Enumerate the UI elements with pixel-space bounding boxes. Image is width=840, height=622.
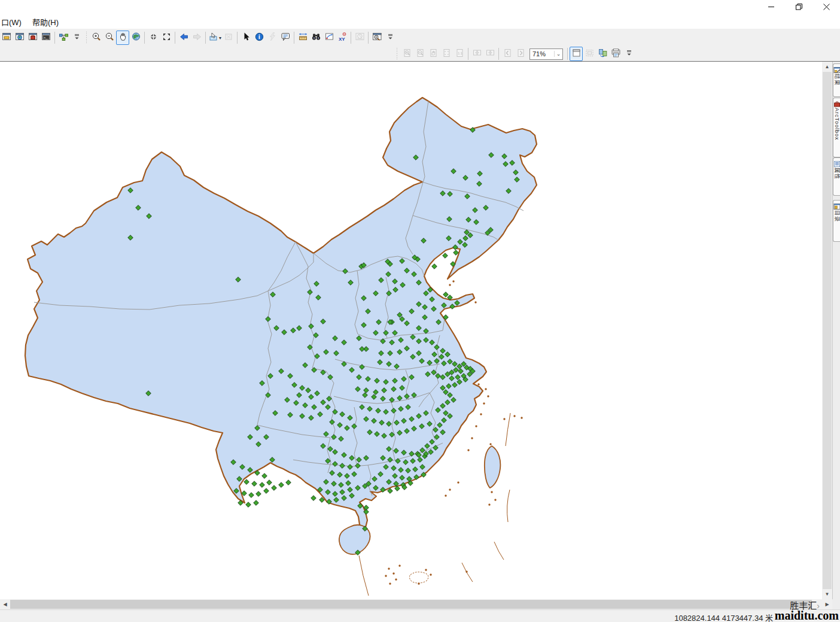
modelbuilder-button[interactable] [57,31,70,45]
find-button[interactable] [309,31,322,45]
city-point[interactable] [279,483,284,488]
dock-tab-attributes[interactable]: 属性 [833,157,840,196]
layout-zoom-pages-in-button[interactable] [470,47,483,61]
pan-button[interactable] [116,31,129,45]
menu-item-help-menu[interactable]: 帮助(H) [27,14,64,29]
island-speck [494,499,496,500]
city-point[interactable] [264,489,269,494]
arctoolbox-window-icon [28,32,38,44]
island-speck [385,575,386,577]
city-point[interactable] [252,481,257,487]
restore-button[interactable] [785,0,812,14]
fixed-zoom-in-icon [148,32,159,44]
city-point[interactable] [432,264,437,269]
catalog-window-button[interactable] [13,31,26,45]
minimize-button[interactable] [757,0,785,14]
clear-selection-icon [224,32,234,44]
city-point[interactable] [262,474,267,479]
scroll-left-arrow[interactable]: ◀ [0,599,10,609]
layout-zoom-pages-in-icon [472,48,482,60]
go-to-xy-button[interactable]: XY [336,31,349,45]
city-point[interactable] [254,500,259,506]
time-slider-button[interactable] [353,31,366,45]
layout-zoom-out-button[interactable] [413,47,427,61]
table-window-button[interactable] [0,31,13,45]
tools-overflow-icon [385,32,395,44]
standard-overflow-button[interactable] [70,31,83,45]
city-point[interactable] [454,250,459,256]
close-button[interactable] [812,0,840,14]
fixed-zoom-out-button[interactable] [160,31,173,45]
city-point[interactable] [256,491,261,497]
toolbar-grip[interactable] [85,32,89,44]
city-point[interactable] [443,292,449,298]
layout-zoom-100-button[interactable]: 1:1 [453,47,466,61]
chevron-down-icon[interactable]: ▾ [219,35,221,41]
scroll-up-arrow[interactable]: ▲ [822,62,832,72]
layout-next-extent-button[interactable] [514,47,527,61]
city-point[interactable] [260,483,265,488]
measure-button[interactable] [296,31,309,45]
city-point[interactable] [311,496,316,501]
zoom-out-button[interactable] [103,31,116,45]
fixed-zoom-in-button[interactable] [147,31,160,45]
hyperlink-button[interactable] [266,31,279,45]
layout-zoom-whole-page-button[interactable] [440,47,453,61]
full-extent-button[interactable] [129,31,142,45]
forward-extent-button[interactable] [190,31,203,45]
data-driven-pages-button[interactable] [596,47,609,61]
layout-pan-button[interactable] [427,47,440,61]
change-layout-icon [611,48,621,60]
city-point[interactable] [267,480,272,486]
python-window-button[interactable]: >_ [39,31,53,45]
dock-tab-catalog[interactable]: 目录 [833,200,840,242]
horizontal-scrollbar[interactable]: ◀ ▶ [0,599,832,609]
viewer-window-button[interactable] [370,31,384,45]
change-layout-button[interactable] [609,47,622,61]
toolbar-grip-layout[interactable] [395,48,399,60]
toggle-draft-mode-button[interactable] [570,47,583,61]
vertical-scrollbar[interactable]: ▲ ▼ [822,62,832,599]
sea-boundary-arc [506,413,510,446]
layout-next-extent-icon [516,48,526,60]
menu-item-window-menu[interactable]: 口(W) [0,14,27,29]
layout-zoom-in-button[interactable] [400,47,413,61]
identify-button[interactable] [252,31,266,45]
dock-tab-arctoolbox[interactable]: ArcToolbox [833,98,840,157]
island-speck [471,437,473,439]
select-features-button[interactable]: ▾ [208,31,222,45]
layout-prev-extent-button[interactable] [501,47,514,61]
layout-zoom-pages-out-button[interactable] [483,47,497,61]
zoom-in-button[interactable] [90,31,103,45]
vertical-scroll-thumb[interactable] [823,72,832,589]
city-point[interactable] [246,502,251,508]
back-extent-button[interactable] [177,31,190,45]
find-route-button[interactable] [322,31,336,45]
toggle-draft-mode-icon [571,48,582,60]
map-canvas[interactable] [0,62,822,599]
island-speck [480,413,482,415]
tab-toolbox-icon [833,99,840,107]
chevron-down-icon[interactable]: ⌄ [554,51,562,57]
scroll-right-arrow[interactable]: ▶ [822,599,832,609]
svg-text:1:1: 1:1 [458,51,462,54]
tools-overflow-button[interactable] [384,31,397,45]
horizontal-scroll-thumb[interactable] [10,600,812,609]
city-point[interactable] [272,486,277,491]
html-popup-button[interactable] [279,31,292,45]
arctoolbox-window-button[interactable] [26,31,39,45]
clear-selection-button[interactable] [222,31,235,45]
city-point[interactable] [286,480,291,486]
scroll-down-arrow[interactable]: ▼ [822,589,832,599]
dock-tab-results[interactable]: 结果 [833,63,840,97]
city-point[interactable] [244,480,249,485]
focus-data-frame-button[interactable] [583,47,596,61]
zoom-level-combobox[interactable]: 71%⌄ [529,48,563,60]
city-point[interactable] [443,253,448,259]
select-elements-button[interactable] [239,31,252,45]
city-point[interactable] [249,493,254,498]
layout-overflow-button[interactable] [622,47,635,61]
zoom-in-icon [92,32,102,44]
minimize-icon [768,2,775,13]
standard-overflow-icon [72,32,82,44]
